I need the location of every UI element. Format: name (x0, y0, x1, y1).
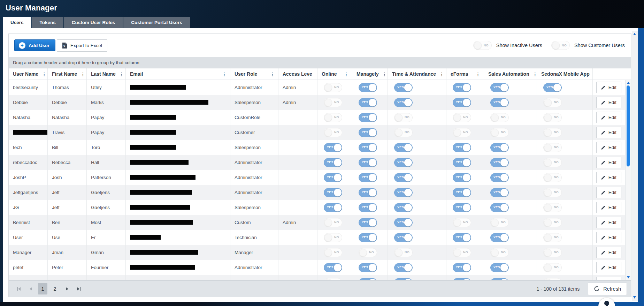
sales-automation-toggle[interactable]: NO (490, 128, 509, 137)
eforms-toggle[interactable]: YES (453, 188, 471, 197)
column-menu-icon[interactable]: ⋮ (219, 72, 230, 77)
sales-automation-toggle[interactable]: YES (490, 233, 509, 242)
column-menu-icon[interactable]: ⋮ (340, 72, 352, 77)
page-scrollbar[interactable] (632, 31, 638, 301)
sales-automation-toggle[interactable]: YES (490, 83, 509, 92)
managely-toggle[interactable]: YES (359, 188, 377, 197)
column-header-access-leve[interactable]: Access Leve⋮ (278, 68, 317, 80)
tab-custom-user-roles[interactable]: Custom User Roles (64, 17, 123, 28)
column-header-sales-automation[interactable]: Sales Automation⋮ (484, 68, 537, 80)
online-toggle[interactable]: NO (324, 218, 342, 227)
edit-button[interactable]: Edit (596, 247, 621, 258)
column-menu-icon[interactable]: ⋮ (472, 72, 484, 77)
grid-scrollbar[interactable] (625, 80, 631, 280)
column-menu-icon[interactable]: ⋮ (379, 72, 388, 77)
edit-button[interactable]: Edit (596, 112, 621, 123)
managely-toggle[interactable]: YES (359, 218, 377, 227)
column-header-user-name[interactable]: User Name⋮ (9, 68, 48, 80)
online-toggle[interactable]: YES (324, 173, 342, 182)
sales-automation-toggle[interactable]: NO (490, 113, 509, 122)
column-header-last-name[interactable]: Last Name⋮ (87, 68, 126, 80)
time-attendance-toggle[interactable]: NO (394, 248, 413, 257)
online-toggle[interactable]: YES (324, 203, 342, 212)
sales-automation-toggle[interactable]: YES (490, 143, 509, 152)
edit-button[interactable]: Edit (596, 202, 621, 213)
edit-button[interactable]: Edit (596, 217, 621, 228)
column-header-online[interactable]: Online⋮ (317, 68, 352, 80)
online-toggle[interactable]: YES (324, 188, 342, 197)
managely-toggle[interactable]: YES (359, 173, 377, 182)
edit-button[interactable]: Edit (596, 232, 621, 243)
sedonax-mobile-toggle[interactable]: NO (543, 248, 562, 257)
add-user-button[interactable]: + Add User (14, 39, 55, 51)
time-attendance-toggle[interactable]: YES (394, 98, 413, 107)
first-page-button[interactable] (14, 284, 23, 294)
sedonax-mobile-toggle[interactable]: NO (543, 128, 562, 137)
column-header-first-name[interactable]: First Name⋮ (48, 68, 87, 80)
tab-customer-portal-users[interactable]: Customer Portal Users (123, 17, 190, 28)
scroll-up-icon[interactable] (627, 82, 630, 84)
edit-button[interactable]: Edit (596, 157, 621, 168)
show-customer-users-toggle[interactable]: NO (551, 41, 570, 50)
managely-toggle[interactable]: NO (359, 248, 377, 257)
time-attendance-toggle[interactable]: YES (394, 188, 413, 197)
edit-button[interactable]: Edit (596, 187, 621, 198)
column-header-managely[interactable]: Managely⋮ (352, 68, 388, 80)
managely-toggle[interactable]: YES (359, 203, 377, 212)
time-attendance-toggle[interactable]: YES (394, 158, 413, 167)
column-header-time-attendance[interactable]: Time & Attendance⋮ (388, 68, 446, 80)
time-attendance-toggle[interactable]: YES (394, 218, 413, 227)
eforms-toggle[interactable]: YES (453, 143, 471, 152)
time-attendance-toggle[interactable]: YES (394, 173, 413, 182)
edit-button[interactable]: Edit (596, 97, 621, 108)
page-number-2[interactable]: 2 (50, 283, 60, 294)
last-page-button[interactable] (74, 284, 83, 294)
edit-button[interactable]: Edit (596, 277, 621, 280)
eforms-toggle[interactable]: NO (453, 218, 471, 227)
tab-tokens[interactable]: Tokens (32, 17, 63, 28)
scroll-down-icon[interactable] (627, 276, 630, 278)
column-menu-icon[interactable]: ⋮ (436, 72, 446, 77)
sedonax-mobile-toggle[interactable]: YES (543, 83, 562, 92)
column-header-actions[interactable] (593, 68, 631, 80)
sales-automation-toggle[interactable]: YES (490, 188, 509, 197)
eforms-toggle[interactable]: NO (453, 128, 471, 137)
time-attendance-toggle[interactable]: NO (394, 113, 413, 122)
scrollbar-thumb[interactable] (627, 85, 630, 166)
column-header-sedonax-mobile-app[interactable]: SedonaX Mobile App⋮ (537, 68, 593, 80)
managely-toggle[interactable]: YES (359, 83, 377, 92)
managely-toggle[interactable]: YES (359, 98, 377, 107)
column-menu-icon[interactable]: ⋮ (116, 72, 126, 77)
managely-toggle[interactable]: YES (359, 128, 377, 137)
time-attendance-toggle[interactable]: YES (394, 143, 413, 152)
column-header-email[interactable]: Email⋮ (126, 68, 230, 80)
eforms-toggle[interactable]: YES (453, 203, 471, 212)
show-inactive-users-toggle[interactable]: NO (473, 41, 492, 50)
eforms-toggle[interactable]: YES (453, 83, 471, 92)
online-toggle[interactable]: NO (324, 83, 342, 92)
page-scroll-down-icon[interactable] (633, 296, 636, 299)
column-menu-icon[interactable]: ⋮ (590, 72, 593, 77)
online-toggle[interactable]: YES (324, 263, 342, 272)
online-toggle[interactable]: YES (324, 143, 342, 152)
column-menu-icon[interactable]: ⋮ (267, 72, 278, 77)
edit-button[interactable]: Edit (596, 172, 621, 183)
managely-toggle[interactable]: YES (359, 113, 377, 122)
column-menu-icon[interactable]: ⋮ (77, 72, 87, 77)
online-toggle[interactable]: NO (324, 233, 342, 242)
sales-automation-toggle[interactable]: YES (490, 173, 509, 182)
page-number-1[interactable]: 1 (38, 283, 47, 294)
eforms-toggle[interactable]: YES (453, 98, 471, 107)
managely-toggle[interactable]: YES (359, 158, 377, 167)
column-header-eforms[interactable]: eForms⋮ (446, 68, 484, 80)
sales-automation-toggle[interactable]: YES (490, 158, 509, 167)
time-attendance-toggle[interactable]: YES (394, 263, 413, 272)
column-header-user-role[interactable]: User Role⋮ (230, 68, 278, 80)
sales-automation-toggle[interactable]: YES (490, 203, 509, 212)
edit-button[interactable]: Edit (596, 262, 621, 273)
sedonax-mobile-toggle[interactable]: NO (543, 158, 562, 167)
sales-automation-toggle[interactable]: YES (490, 98, 509, 107)
eforms-toggle[interactable]: YES (453, 263, 471, 272)
refresh-button[interactable]: Refresh (588, 283, 627, 295)
managely-toggle[interactable]: YES (359, 143, 377, 152)
